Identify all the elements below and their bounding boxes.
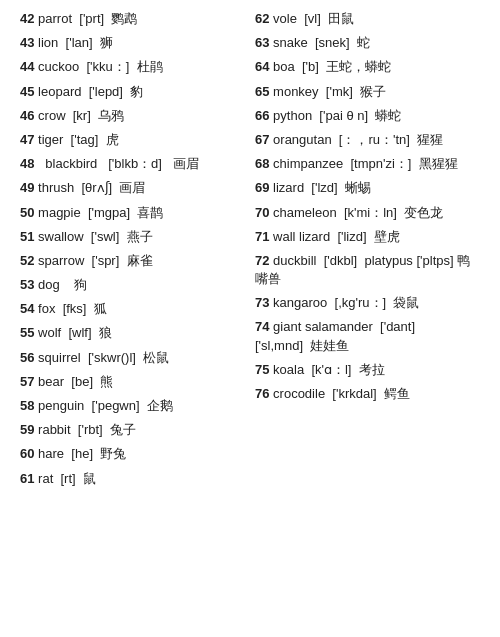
entry-number: 44 — [20, 59, 34, 74]
entry-number: 64 — [255, 59, 269, 74]
list-item: 74 giant salamander ['dant]['sl,mnd] 娃娃鱼 — [255, 318, 480, 354]
main-content: 42 parrot ['prt] 鹦鹉43 lion ['lan] 狮44 cu… — [15, 10, 485, 494]
list-item: 58 penguin ['pegwn] 企鹅 — [20, 397, 245, 415]
entry-number: 46 — [20, 108, 34, 123]
entry-number: 43 — [20, 35, 34, 50]
list-item: 44 cuckoo ['kku：] 杜鹃 — [20, 58, 245, 76]
entry-number: 74 — [255, 319, 269, 334]
list-item: 64 boa ['b] 王蛇，蟒蛇 — [255, 58, 480, 76]
entry-number: 68 — [255, 156, 269, 171]
list-item: 45 leopard ['lepd] 豹 — [20, 83, 245, 101]
list-item: 47 tiger ['tag] 虎 — [20, 131, 245, 149]
list-item: 70 chameleon [k'mi：ln] 变色龙 — [255, 204, 480, 222]
entry-number: 67 — [255, 132, 269, 147]
list-item: 67 orangutan [：，ru：'tn] 猩猩 — [255, 131, 480, 149]
list-item: 60 hare [he] 野兔 — [20, 445, 245, 463]
entry-number: 45 — [20, 84, 34, 99]
entry-number: 53 — [20, 277, 34, 292]
list-item: 50 magpie ['mgpa] 喜鹊 — [20, 204, 245, 222]
entry-number: 49 — [20, 180, 34, 195]
list-item: 51 swallow ['swl] 燕子 — [20, 228, 245, 246]
list-item: 49 thrush [θrʌʃ] 画眉 — [20, 179, 245, 197]
entry-number: 56 — [20, 350, 34, 365]
list-item: 55 wolf [wlf] 狼 — [20, 324, 245, 342]
entry-number: 51 — [20, 229, 34, 244]
list-item: 48 blackbird ['blkb：d] 画眉 — [20, 155, 245, 173]
list-item: 73 kangaroo [,kg'ru：] 袋鼠 — [255, 294, 480, 312]
entry-number: 72 — [255, 253, 269, 268]
list-item: 69 lizard ['lzd] 蜥蜴 — [255, 179, 480, 197]
entry-number: 50 — [20, 205, 34, 220]
entry-number: 54 — [20, 301, 34, 316]
list-item: 75 koala [k'ɑ：l] 考拉 — [255, 361, 480, 379]
entry-number: 55 — [20, 325, 34, 340]
entry-number: 61 — [20, 471, 34, 486]
list-item: 43 lion ['lan] 狮 — [20, 34, 245, 52]
list-item: 61 rat [rt] 鼠 — [20, 470, 245, 488]
list-item: 59 rabbit ['rbt] 兔子 — [20, 421, 245, 439]
entry-number: 58 — [20, 398, 34, 413]
entry-number: 59 — [20, 422, 34, 437]
list-item: 66 python ['pai θ n] 蟒蛇 — [255, 107, 480, 125]
list-item: 46 crow [kr] 乌鸦 — [20, 107, 245, 125]
entry-number: 70 — [255, 205, 269, 220]
list-item: 65 monkey ['mk] 猴子 — [255, 83, 480, 101]
entry-number: 76 — [255, 386, 269, 401]
list-item: 42 parrot ['prt] 鹦鹉 — [20, 10, 245, 28]
list-item: 63 snake [snek] 蛇 — [255, 34, 480, 52]
entry-number: 73 — [255, 295, 269, 310]
entry-number: 63 — [255, 35, 269, 50]
list-item: 54 fox [fks] 狐 — [20, 300, 245, 318]
list-item: 62 vole [vl] 田鼠 — [255, 10, 480, 28]
list-item: 57 bear [be] 熊 — [20, 373, 245, 391]
entry-number: 62 — [255, 11, 269, 26]
entry-number: 57 — [20, 374, 34, 389]
list-item: 68 chimpanzee [tmpn'zi：] 黑猩猩 — [255, 155, 480, 173]
right-column: 62 vole [vl] 田鼠63 snake [snek] 蛇64 boa [… — [250, 10, 485, 494]
entry-number: 47 — [20, 132, 34, 147]
list-item: 56 squirrel ['skwr()l] 松鼠 — [20, 349, 245, 367]
entry-number: 52 — [20, 253, 34, 268]
entry-number: 66 — [255, 108, 269, 123]
list-item: 52 sparrow ['spr] 麻雀 — [20, 252, 245, 270]
list-item: 76 crocodile ['krkdal] 鳄鱼 — [255, 385, 480, 403]
entry-number: 69 — [255, 180, 269, 195]
list-item: 71 wall lizard ['lizd] 壁虎 — [255, 228, 480, 246]
entry-number: 71 — [255, 229, 269, 244]
left-column: 42 parrot ['prt] 鹦鹉43 lion ['lan] 狮44 cu… — [15, 10, 250, 494]
entry-number: 65 — [255, 84, 269, 99]
entry-number: 48 — [20, 156, 34, 171]
entry-number: 75 — [255, 362, 269, 377]
entry-number: 60 — [20, 446, 34, 461]
list-item: 72 duckbill ['dkbl] platypus ['pltps] 鸭嘴… — [255, 252, 480, 288]
entry-number: 42 — [20, 11, 34, 26]
list-item: 53 dog 狗 — [20, 276, 245, 294]
